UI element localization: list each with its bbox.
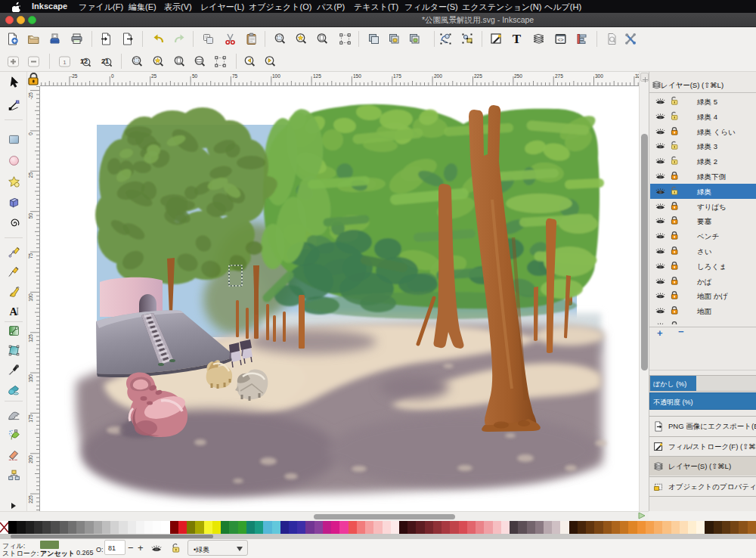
svg-text:75: 75 xyxy=(28,253,33,259)
svg-text:-25: -25 xyxy=(28,92,33,100)
svg-text:200: 200 xyxy=(28,455,33,463)
svg-text:A: A xyxy=(9,305,17,318)
svg-text:175: 175 xyxy=(28,414,33,423)
svg-text:100: 100 xyxy=(28,293,33,302)
svg-text:125: 125 xyxy=(28,334,33,343)
svg-text:-25: -25 xyxy=(70,73,78,79)
svg-text:0: 0 xyxy=(28,132,33,135)
svg-text:50: 50 xyxy=(28,213,33,219)
svg-text:275: 275 xyxy=(555,73,563,79)
svg-text:225: 225 xyxy=(28,495,33,504)
svg-text:25: 25 xyxy=(28,172,33,178)
svg-text:200: 200 xyxy=(434,73,442,79)
svg-text:<>: <> xyxy=(557,37,563,42)
svg-text:125: 125 xyxy=(313,73,321,79)
svg-text:225: 225 xyxy=(474,73,482,79)
svg-text:100: 100 xyxy=(272,73,280,79)
svg-text:25: 25 xyxy=(151,73,157,79)
svg-text:150: 150 xyxy=(353,73,361,79)
svg-text:1: 1 xyxy=(63,59,67,66)
svg-text:0: 0 xyxy=(111,73,114,79)
svg-text:250: 250 xyxy=(514,73,522,79)
svg-text:175: 175 xyxy=(393,73,401,79)
svg-text:300: 300 xyxy=(595,73,603,79)
svg-text:T: T xyxy=(513,33,522,45)
svg-text:150: 150 xyxy=(28,374,33,383)
svg-text:50: 50 xyxy=(192,73,198,79)
svg-text:75: 75 xyxy=(232,73,238,79)
